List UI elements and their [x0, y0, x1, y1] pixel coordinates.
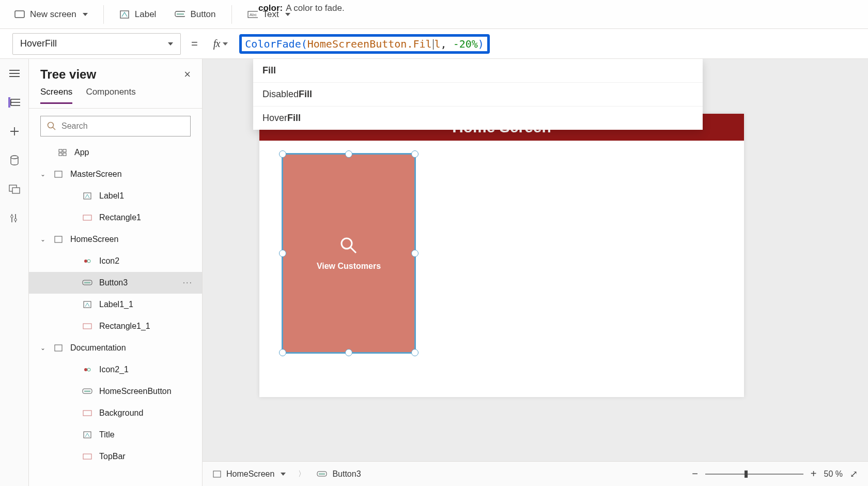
tree-item-rectangle1-1[interactable]: Rectangle1_1 [29, 315, 202, 337]
tree-label: Button3 [99, 278, 128, 287]
tree-item-label1-1[interactable]: Label1_1 [29, 294, 202, 315]
insert-icon[interactable] [8, 126, 21, 136]
svg-rect-8 [12, 188, 20, 193]
tree-label: App [74, 148, 89, 157]
search-icon [339, 236, 359, 255]
resize-handle[interactable] [279, 250, 286, 257]
svg-rect-26 [55, 345, 62, 351]
zoom-percent: 50 % [824, 469, 843, 479]
hamburger-icon[interactable] [8, 68, 21, 79]
formula-input[interactable]: ColorFade(HomeScreenButton.Fill, -20%) [239, 34, 490, 54]
canvas-area: Fill DisabledFill HoverFill Home Screen … [203, 59, 868, 486]
tree-item-home-screen[interactable]: ⌄ HomeScreen [29, 229, 202, 250]
svg-rect-32 [84, 432, 91, 438]
chevron-down-icon[interactable]: ⌄ [40, 171, 47, 178]
svg-point-34 [342, 238, 352, 249]
resize-handle[interactable] [279, 349, 286, 356]
zoom-in-button[interactable]: + [811, 468, 817, 480]
tree-item-documentation[interactable]: ⌄ Documentation [29, 337, 202, 359]
text-icon: Abc [247, 10, 258, 19]
tree-label: TopBar [99, 452, 126, 461]
zoom-out-button[interactable]: − [692, 468, 698, 480]
tab-screens[interactable]: Screens [40, 87, 72, 104]
property-dropdown[interactable]: HoverFill [12, 33, 181, 55]
svg-rect-25 [83, 324, 91, 329]
svg-text:Abc: Abc [250, 12, 257, 17]
media-icon[interactable] [8, 184, 21, 194]
tree-label: Rectangle1_1 [99, 322, 150, 331]
close-icon[interactable]: × [184, 68, 191, 81]
data-icon[interactable] [8, 155, 21, 165]
tree-item-topbar[interactable]: TopBar [29, 446, 202, 467]
screen-icon [14, 10, 25, 19]
svg-rect-18 [83, 215, 91, 220]
svg-rect-12 [59, 149, 62, 152]
more-icon[interactable]: ··· [183, 278, 193, 287]
view-customers-button[interactable]: View Customers [282, 153, 416, 354]
toolbar-separator [231, 5, 232, 24]
autocomplete-item-fill[interactable]: Fill [253, 59, 703, 83]
resize-handle[interactable] [411, 150, 419, 158]
search-box[interactable] [40, 116, 191, 136]
zoom-slider[interactable] [705, 474, 803, 475]
tree-item-title[interactable]: Title [29, 424, 202, 446]
autocomplete-item-hoverfill[interactable]: HoverFill [253, 107, 703, 130]
svg-rect-14 [59, 153, 62, 156]
insert-button-button[interactable]: Button [172, 7, 219, 22]
button-icon [317, 471, 327, 477]
tree-label: HomeScreen [70, 235, 118, 244]
label-icon [119, 10, 130, 19]
resize-handle[interactable] [411, 250, 419, 257]
tree-item-master-screen[interactable]: ⌄ MasterScreen [29, 163, 202, 185]
tab-components[interactable]: Components [86, 87, 135, 104]
insert-label-button[interactable]: Label [116, 7, 160, 22]
chevron-down-icon[interactable]: ⌄ [40, 344, 47, 352]
tree-item-icon2[interactable]: Icon2 [29, 250, 202, 272]
label-icon [82, 431, 93, 438]
fullscreen-icon[interactable]: ⤢ [850, 468, 858, 480]
breadcrumb-screen[interactable]: HomeScreen [213, 469, 286, 479]
tree-item-rectangle1[interactable]: Rectangle1 [29, 207, 202, 229]
rectangle-icon [82, 323, 93, 329]
tree-label: MasterScreen [70, 170, 122, 179]
formula-comma: , [441, 38, 453, 50]
tree-label: Rectangle1 [99, 213, 141, 222]
tree-item-home-screen-button[interactable]: HomeScreenButton [29, 381, 202, 402]
canvas-stage[interactable]: Home Screen View Customers [259, 114, 744, 397]
chevron-down-icon [83, 13, 88, 16]
tree-item-background[interactable]: Background [29, 402, 202, 424]
screen-icon [53, 171, 64, 178]
tree-item-icon2-1[interactable]: Icon2_1 [29, 359, 202, 381]
chevron-down-icon[interactable]: ⌄ [40, 236, 47, 243]
fx-button[interactable]: fx [208, 33, 233, 55]
bottom-bar: HomeScreen 〉 Button3 − + 50 % ⤢ [203, 461, 868, 486]
zoom-thumb[interactable] [745, 470, 748, 478]
resize-handle[interactable] [411, 349, 419, 356]
search-icon [47, 122, 56, 131]
property-value: HoverFill [20, 38, 57, 49]
tools-icon[interactable] [8, 213, 21, 223]
autocomplete-item-disabledfill[interactable]: DisabledFill [253, 83, 703, 107]
tree-item-button3[interactable]: Button3 ··· [29, 272, 202, 294]
svg-rect-19 [55, 236, 62, 242]
toolbar-separator [103, 5, 104, 24]
formula-arg1-tail: l [435, 38, 441, 50]
search-input[interactable] [61, 122, 184, 131]
insert-button-text: Button [190, 9, 215, 20]
label-icon [82, 192, 93, 200]
top-toolbar: New screen Label Button Ab [0, 0, 868, 29]
new-screen-button[interactable]: New screen [11, 7, 91, 22]
breadcrumb-control[interactable]: Button3 [317, 469, 361, 479]
resize-handle[interactable] [279, 150, 286, 158]
resize-handle[interactable] [345, 349, 352, 356]
formula-tooltip: color: A color to fade. [258, 3, 345, 13]
rectangle-icon [82, 453, 93, 460]
svg-rect-23 [84, 282, 90, 284]
treeview-icon[interactable] [8, 97, 21, 108]
tree-label: Title [99, 430, 115, 439]
text-cursor [433, 39, 433, 50]
new-screen-label: New screen [30, 9, 76, 20]
resize-handle[interactable] [345, 150, 352, 158]
tree-item-label1[interactable]: Label1 [29, 185, 202, 207]
tree-item-app[interactable]: App [29, 142, 202, 163]
